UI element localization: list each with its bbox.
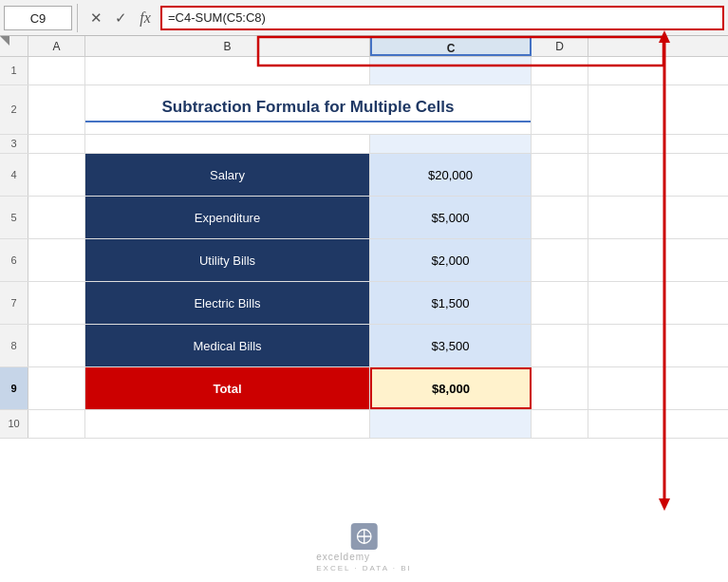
- row-number-header-corner: [0, 36, 28, 56]
- row-number-6: 6: [0, 239, 28, 281]
- formula-input[interactable]: =C4-SUM(C5:C8): [160, 6, 724, 30]
- table-row: 2 Subtraction Formula for Multiple Cells: [0, 85, 728, 135]
- cell-d6[interactable]: [532, 239, 588, 281]
- cell-d3[interactable]: [532, 135, 588, 153]
- table-row: 1: [0, 57, 728, 85]
- cell-c3[interactable]: [370, 135, 532, 153]
- spreadsheet-grid: 1 2 Subtraction Formula for Multiple Cel…: [0, 57, 728, 439]
- row-number-7: 7: [0, 282, 28, 324]
- cell-b8-medical-bills[interactable]: Medical Bills: [85, 325, 370, 366]
- cell-b2-merged[interactable]: Subtraction Formula for Multiple Cells: [85, 85, 532, 134]
- cell-c10[interactable]: [370, 410, 532, 438]
- cell-b10[interactable]: [85, 410, 370, 438]
- row-number-4: 4: [0, 154, 28, 196]
- cell-a1[interactable]: [28, 57, 85, 84]
- cell-b6-utility-bills[interactable]: Utility Bills: [85, 239, 370, 281]
- cell-b3[interactable]: [85, 135, 370, 153]
- formula-bar-divider: [77, 4, 78, 32]
- table-row: 9 Total $8,000: [0, 367, 728, 410]
- column-header-c[interactable]: C: [370, 36, 532, 56]
- watermark-text: exceldemyEXCEL · DATA · BI: [316, 552, 412, 573]
- column-header-b[interactable]: B: [85, 36, 370, 56]
- column-header-a[interactable]: A: [28, 36, 85, 56]
- row-number-9: 9: [0, 367, 28, 409]
- fx-icon[interactable]: fx: [136, 9, 155, 27]
- cell-b7-electric-bills[interactable]: Electric Bills: [85, 282, 370, 324]
- table-row: 4 Salary $20,000: [0, 154, 728, 197]
- cell-c8-value[interactable]: $3,500: [370, 325, 532, 366]
- cell-a7[interactable]: [28, 282, 85, 324]
- cell-c1[interactable]: [370, 57, 532, 84]
- table-row: 6 Utility Bills $2,000: [0, 239, 728, 282]
- cell-c9-total-value[interactable]: $8,000: [370, 367, 532, 409]
- cell-a5[interactable]: [28, 197, 85, 238]
- row-number-5: 5: [0, 197, 28, 238]
- cell-b4-salary[interactable]: Salary: [85, 154, 370, 196]
- confirm-icon[interactable]: ✓: [111, 9, 130, 27]
- cell-d10[interactable]: [532, 410, 588, 438]
- cell-a8[interactable]: [28, 325, 85, 366]
- cell-a2[interactable]: [28, 85, 85, 134]
- cell-b5-expenditure[interactable]: Expenditure: [85, 197, 370, 238]
- cell-c4-value[interactable]: $20,000: [370, 154, 532, 196]
- cell-d4[interactable]: [532, 154, 588, 196]
- cell-d1[interactable]: [532, 57, 588, 84]
- row-number-10: 10: [0, 410, 28, 438]
- cell-c5-value[interactable]: $5,000: [370, 197, 532, 238]
- row-number-1: 1: [0, 57, 28, 84]
- spreadsheet-title: Subtraction Formula for Multiple Cells: [85, 98, 531, 122]
- table-row: 3: [0, 135, 728, 154]
- row-number-2: 2: [0, 85, 28, 134]
- formula-icons: ✕ ✓ fx: [86, 9, 155, 27]
- cell-d8[interactable]: [532, 325, 588, 366]
- svg-marker-4: [659, 498, 670, 511]
- cell-c7-value[interactable]: $1,500: [370, 282, 532, 324]
- cell-b9-total[interactable]: Total: [85, 367, 370, 409]
- column-headers: A B C D: [0, 36, 728, 57]
- column-header-d[interactable]: D: [532, 36, 588, 56]
- cell-c6-value[interactable]: $2,000: [370, 239, 532, 281]
- cell-a4[interactable]: [28, 154, 85, 196]
- cell-a10[interactable]: [28, 410, 85, 438]
- watermark: exceldemyEXCEL · DATA · BI: [316, 523, 412, 573]
- cell-a6[interactable]: [28, 239, 85, 281]
- row-number-3: 3: [0, 135, 28, 153]
- row-number-8: 8: [0, 325, 28, 366]
- cell-reference-box[interactable]: C9: [4, 6, 72, 30]
- cell-a9[interactable]: [28, 367, 85, 409]
- table-row: 5 Expenditure $5,000: [0, 197, 728, 239]
- formula-bar: C9 ✕ ✓ fx =C4-SUM(C5:C8): [0, 0, 728, 36]
- cell-d9[interactable]: [532, 367, 588, 409]
- cell-d2[interactable]: [532, 85, 588, 134]
- cell-b1[interactable]: [85, 57, 370, 84]
- cancel-icon[interactable]: ✕: [86, 9, 105, 27]
- cell-d7[interactable]: [532, 282, 588, 324]
- cell-a3[interactable]: [28, 135, 85, 153]
- table-row: 8 Medical Bills $3,500: [0, 325, 728, 367]
- table-row: 7 Electric Bills $1,500: [0, 282, 728, 325]
- watermark-logo: [350, 523, 377, 550]
- table-row: 10: [0, 410, 728, 439]
- cell-d5[interactable]: [532, 197, 588, 238]
